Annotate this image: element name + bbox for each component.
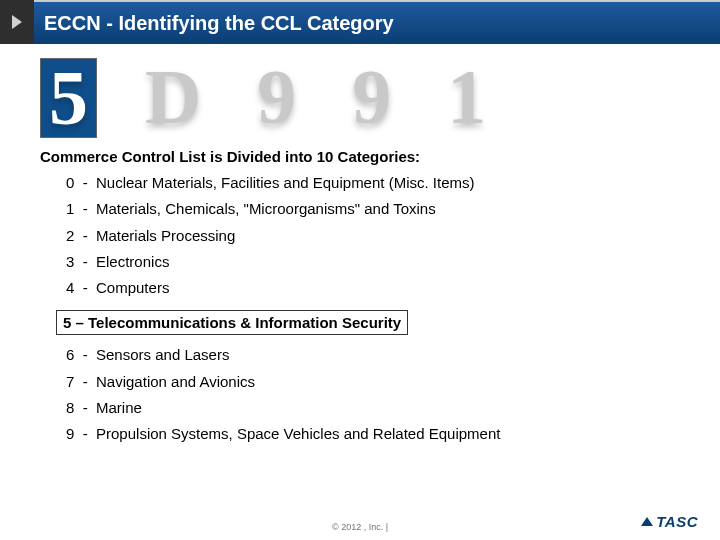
brand-triangle-icon: [641, 517, 653, 526]
list-item: 7 - Navigation and Avionics: [66, 372, 680, 392]
category-list-top: 0 - Nuclear Materials, Facilities and Eq…: [40, 173, 680, 298]
content-area: Commerce Control List is Divided into 10…: [0, 142, 720, 444]
footer-copyright: © 2012 , Inc. |: [0, 522, 720, 532]
eccn-digit-0: 5: [40, 58, 97, 138]
list-item: 3 - Electronics: [66, 252, 680, 272]
list-item: 8 - Marine: [66, 398, 680, 418]
eccn-digit-4: 1: [439, 58, 494, 136]
brand-text: TASC: [656, 513, 698, 530]
eccn-digit-2: 9: [249, 58, 304, 136]
eccn-digit-1: D: [137, 58, 209, 136]
list-subheading: Commerce Control List is Divided into 10…: [40, 148, 680, 165]
list-item: 6 - Sensors and Lasers: [66, 345, 680, 365]
list-item: 9 - Propulsion Systems, Space Vehicles a…: [66, 424, 680, 444]
highlighted-category: 5 – Telecommunications & Information Sec…: [56, 310, 408, 335]
slide-header: ECCN - Identifying the CCL Category: [0, 0, 720, 44]
eccn-digit-3: 9: [344, 58, 399, 136]
list-item: 0 - Nuclear Materials, Facilities and Eq…: [66, 173, 680, 193]
nav-arrow-box: [0, 0, 34, 44]
list-item: 4 - Computers: [66, 278, 680, 298]
list-item: 2 - Materials Processing: [66, 226, 680, 246]
slide-title: ECCN - Identifying the CCL Category: [34, 0, 720, 44]
play-arrow-icon: [12, 15, 22, 29]
category-list-bottom: 6 - Sensors and Lasers 7 - Navigation an…: [40, 345, 680, 444]
list-item: 1 - Materials, Chemicals, "Microorganism…: [66, 199, 680, 219]
footer-brand: TASC: [641, 513, 698, 530]
eccn-code-row: 5 D 9 9 1: [0, 44, 720, 142]
